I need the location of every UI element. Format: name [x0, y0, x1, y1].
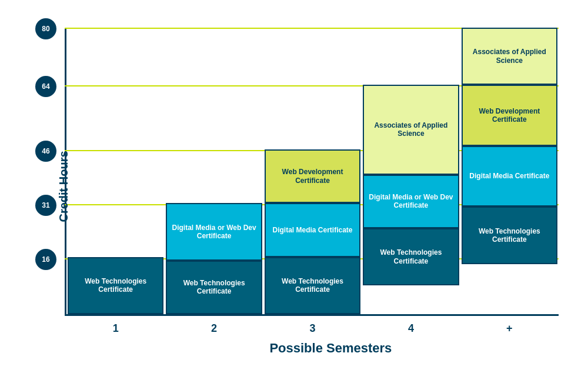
seg-web-tech-3: Web Technologies Certificate [265, 257, 360, 314]
semester-label-4: 4 [362, 322, 460, 335]
bar-stack-2: Digital Media or Web Dev Certificate Web… [166, 203, 262, 314]
bars-area: Web Technologies Certificate 1 Digital M… [66, 28, 559, 314]
semester-2: Digital Media or Web Dev Certificate Web… [165, 28, 263, 314]
seg-digital-media-4: Digital Media or Web Dev Certificate [363, 175, 459, 228]
y-tick-80: 80 [35, 18, 56, 39]
bar-stack-plus: Associates of Applied Science Web Develo… [462, 28, 557, 314]
seg-web-tech-2: Web Technologies Certificate [166, 261, 262, 314]
y-tick-16: 16 [35, 249, 56, 270]
semester-label-2: 2 [165, 322, 263, 335]
semester-1: Web Technologies Certificate 1 [66, 28, 165, 314]
seg-digital-media-plus: Digital Media Certificate [462, 146, 557, 207]
chart-container: 80 64 46 31 16 Web Technologies Certific… [24, 16, 564, 357]
seg-digital-media-3: Digital Media Certificate [265, 203, 360, 257]
seg-web-tech-plus: Web Technologies Certificate [462, 207, 557, 264]
bar-stack-4: Associates of Applied Science Digital Me… [363, 85, 459, 314]
bar-stack-3: Web Development Certificate Digital Medi… [265, 149, 360, 314]
semester-plus: Associates of Applied Science Web Develo… [460, 28, 559, 314]
seg-web-tech-4: Web Technologies Certificate [363, 228, 459, 285]
bar-stack-1: Web Technologies Certificate [68, 257, 163, 314]
x-axis-line [65, 314, 559, 316]
chart-area: 80 64 46 31 16 Web Technologies Certific… [65, 28, 559, 316]
y-tick-46: 46 [35, 141, 56, 162]
y-tick-31: 31 [35, 195, 56, 216]
seg-digital-media-2: Digital Media or Web Dev Certificate [166, 203, 262, 260]
semester-3: Web Development Certificate Digital Medi… [263, 28, 362, 314]
semester-label-1: 1 [66, 322, 165, 335]
seg-aas-4: Associates of Applied Science [363, 85, 459, 174]
semester-label-3: 3 [263, 322, 362, 335]
y-tick-64: 64 [35, 76, 56, 97]
seg-web-dev-cert-plus: Web Development Certificate [462, 85, 557, 145]
seg-aas-plus: Associates of Applied Science [462, 28, 557, 85]
semester-4: Associates of Applied Science Digital Me… [362, 28, 460, 314]
seg-web-dev-cert-3: Web Development Certificate [265, 149, 360, 203]
x-axis-bottom-label: Possible Semesters [269, 341, 392, 356]
y-axis-rotated-label: Credit Hours [57, 151, 71, 222]
semester-label-plus: + [460, 322, 559, 335]
seg-web-tech-1: Web Technologies Certificate [68, 257, 163, 314]
